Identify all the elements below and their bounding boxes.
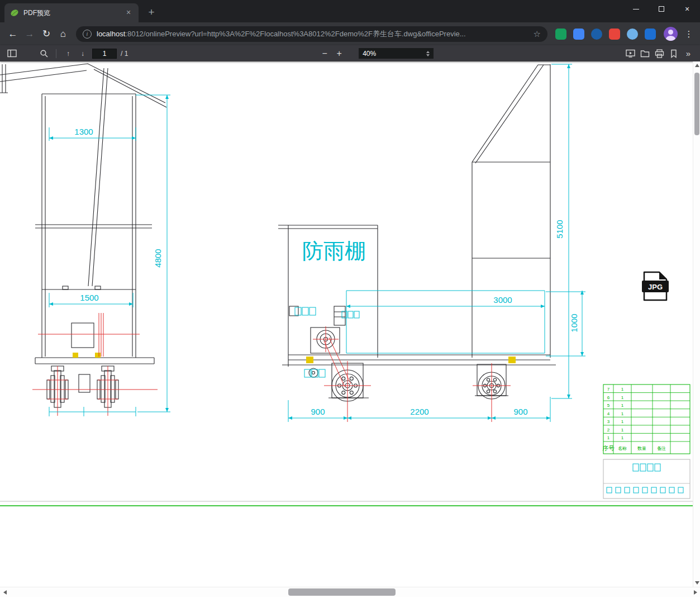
- window-minimize-button[interactable]: [623, 0, 649, 18]
- table-header-name: 名称: [618, 446, 627, 451]
- cad-drawing: 1300 4800 1500: [0, 61, 693, 587]
- table-row-no: 3: [607, 419, 610, 424]
- horizontal-scrollbar-thumb[interactable]: [288, 588, 396, 596]
- horizontal-scrollbar[interactable]: [0, 587, 700, 597]
- sidebar-toggle-button[interactable]: [4, 46, 19, 61]
- extension-icon[interactable]: [609, 29, 620, 40]
- canopy-label: 防雨棚: [302, 239, 366, 263]
- scroll-right-icon: [694, 590, 697, 595]
- url-path: :8012/onlinePreview?url=http%3A%2F%2Floc…: [125, 30, 465, 38]
- window-maximize-button[interactable]: [649, 0, 674, 18]
- yellow-pad: [73, 353, 78, 358]
- toolbar-divider: [56, 49, 56, 58]
- table-header-note: 备注: [657, 446, 666, 451]
- site-info-icon[interactable]: i: [83, 30, 92, 39]
- dim-side-wheelbase: 2200: [410, 407, 428, 416]
- title-block: [603, 459, 690, 498]
- table-row-qty: 1: [621, 435, 624, 440]
- yellow-pad: [508, 357, 516, 363]
- table-row-no: 6: [607, 395, 610, 400]
- profile-avatar[interactable]: [664, 27, 678, 41]
- zoom-out-button[interactable]: −: [317, 46, 332, 61]
- extension-icon[interactable]: [591, 29, 602, 40]
- side-view: 防雨棚 3000 1000 5100 900 2200 900: [278, 64, 585, 422]
- url-host: localhost: [97, 30, 125, 38]
- zoom-select[interactable]: 40%: [359, 48, 434, 59]
- table-row-qty: 1: [621, 411, 624, 416]
- navigation-bar: ← → ↻ ⌂ i localhost:8012/onlinePreview?u…: [0, 22, 700, 45]
- minimize-icon: [633, 9, 639, 10]
- browser-window: PDF预览 × + × ← → ↻ ⌂ i localhost:8012/onl…: [0, 0, 700, 603]
- leaf-icon: [10, 8, 19, 17]
- print-icon: [655, 49, 664, 58]
- table-row-qty: 1: [621, 395, 624, 400]
- open-file-icon: [640, 49, 650, 58]
- presentation-mode-icon: [626, 49, 635, 58]
- table-row-qty: 1: [621, 419, 624, 424]
- forward-button[interactable]: →: [21, 26, 38, 42]
- tab-bar: PDF预览 × + ×: [0, 0, 700, 22]
- bookmark-star-icon[interactable]: ☆: [534, 29, 541, 39]
- window-close-button[interactable]: ×: [674, 0, 700, 18]
- print-button[interactable]: [652, 46, 666, 61]
- yellow-pad: [306, 357, 313, 363]
- scroll-up-button[interactable]: [693, 61, 700, 69]
- back-button[interactable]: ←: [4, 26, 21, 42]
- dim-front-height: 4800: [153, 249, 163, 267]
- zoom-dropdown-arrows-icon: [426, 51, 430, 56]
- next-page-button[interactable]: ↓: [75, 46, 90, 61]
- window-bottom-strip: [0, 597, 700, 603]
- url-text: localhost:8012/onlinePreview?url=http%3A…: [97, 29, 529, 39]
- scroll-up-icon: [695, 64, 699, 67]
- table-row-qty: 1: [621, 428, 624, 433]
- find-button[interactable]: [37, 46, 51, 61]
- dim-side-front-overhang: 900: [311, 407, 325, 416]
- dim-side-tarp-length: 3000: [493, 295, 512, 305]
- presentation-mode-button[interactable]: [623, 46, 637, 61]
- yellow-pad: [95, 353, 101, 358]
- tab-title: PDF预览: [23, 8, 124, 18]
- dim-front-top-width: 1300: [74, 127, 93, 136]
- vertical-scrollbar[interactable]: [693, 61, 700, 587]
- dim-front-mid-width: 1500: [80, 293, 98, 302]
- vertical-scrollbar-thumb[interactable]: [694, 73, 699, 135]
- bookmark-button[interactable]: [666, 46, 681, 61]
- scroll-left-button[interactable]: [0, 587, 9, 597]
- table-row-no: 2: [607, 428, 610, 433]
- extension-icon[interactable]: [555, 29, 566, 40]
- page-count-label: / 1: [121, 50, 128, 58]
- pdf-page: 1300 4800 1500: [0, 61, 693, 587]
- extension-icon[interactable]: [627, 29, 638, 40]
- zoom-in-button[interactable]: +: [332, 46, 346, 61]
- previous-page-button[interactable]: ↑: [61, 46, 75, 61]
- tab-close-icon[interactable]: ×: [124, 8, 133, 17]
- window-controls: ×: [623, 0, 700, 18]
- scroll-right-button[interactable]: [691, 587, 700, 597]
- maximize-icon: [659, 6, 664, 12]
- new-tab-button[interactable]: +: [144, 5, 159, 20]
- open-file-button[interactable]: [637, 46, 652, 61]
- table-row-no: 7: [607, 387, 610, 392]
- tab-pdf-preview[interactable]: PDF预览 ×: [4, 3, 139, 22]
- dim-side-tarp-height: 1000: [569, 314, 579, 332]
- scroll-left-icon: [3, 590, 7, 595]
- home-button[interactable]: ⌂: [55, 26, 72, 42]
- table-header-no: 序号: [602, 445, 615, 452]
- dim-side-rear-overhang: 900: [513, 407, 527, 416]
- jpg-file-icon: JPG: [642, 272, 669, 300]
- title-glyph-boxes: [607, 464, 683, 493]
- table-row-qty: 1: [621, 403, 624, 408]
- sidebar-toggle-icon: [7, 49, 17, 58]
- parts-table: 7 6 5 4 3 2 1 1 1 1 1 1 1 1 序号 名称 数量: [602, 384, 690, 454]
- extension-icon[interactable]: [645, 29, 656, 40]
- dim-side-height: 5100: [555, 220, 564, 238]
- table-row-no: 1: [607, 435, 610, 440]
- page-number-input[interactable]: [92, 49, 117, 59]
- search-icon: [40, 49, 49, 58]
- extension-icon[interactable]: [573, 29, 584, 40]
- scroll-down-button[interactable]: [693, 579, 700, 587]
- address-bar[interactable]: i localhost:8012/onlinePreview?url=http%…: [76, 26, 547, 42]
- browser-menu-button[interactable]: ⋮: [682, 29, 696, 39]
- more-tools-button[interactable]: »: [681, 46, 696, 61]
- reload-button[interactable]: ↻: [38, 26, 55, 42]
